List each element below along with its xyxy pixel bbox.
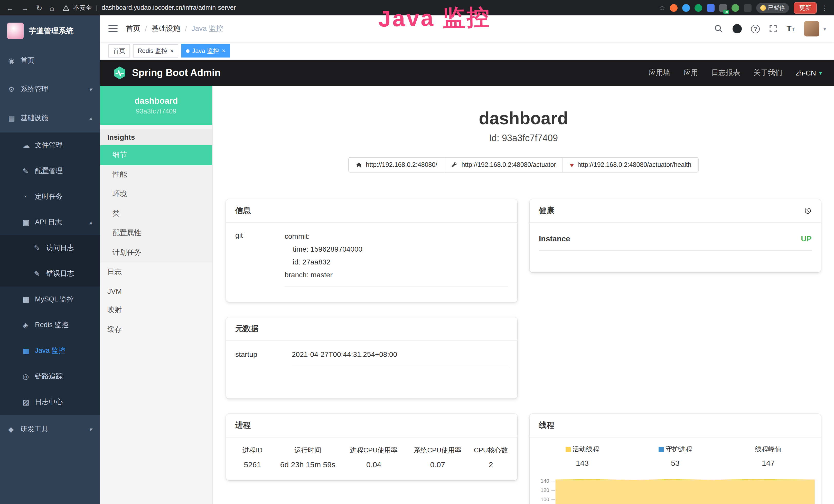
card-title: 健康	[539, 206, 554, 216]
extension-icon-5[interactable]: on	[719, 4, 727, 12]
sba-item-scheduled-tasks[interactable]: 计划任务	[100, 243, 212, 262]
sidebar-item-system-management[interactable]: ⚙ 系统管理 ▾	[0, 75, 100, 104]
cloud-icon: ☁	[23, 141, 35, 150]
sba-nav-about[interactable]: 关于我们	[753, 68, 782, 77]
refresh-icon[interactable]: ↻	[36, 4, 42, 12]
sba-nav-journal[interactable]: 日志报表	[711, 68, 740, 77]
health-url: http://192.168.0.2:48080/actuator/health	[577, 161, 691, 168]
metadata-value: 2021-04-27T00:44:31.254+08:00	[292, 350, 508, 366]
paused-badge[interactable]: 已暂停	[756, 3, 789, 13]
sba-nav-applications[interactable]: 应用	[684, 68, 698, 77]
tag-java-monitor[interactable]: Java 监控 ×	[181, 44, 230, 58]
status-badge: UP	[801, 234, 812, 243]
card-title: 进程	[235, 420, 251, 430]
user-avatar[interactable]	[804, 21, 819, 37]
sidebar-item-api-logs[interactable]: ▣ API 日志 ▴	[0, 209, 100, 235]
extension-icon-1[interactable]	[670, 4, 678, 12]
sidebar-item-error-logs[interactable]: ✎ 错误日志	[0, 261, 100, 287]
locale-selector[interactable]: zh-CN ▾	[796, 69, 822, 77]
close-icon[interactable]: ×	[222, 48, 225, 54]
extension-icon-3[interactable]	[695, 4, 702, 12]
avatar-caret-icon[interactable]: ▾	[824, 26, 826, 31]
sidebar-item-dev-tools[interactable]: ◆ 研发工具 ▾	[0, 415, 100, 444]
cpu-cores-column: CPU核心数 2	[469, 446, 512, 469]
sba-brand[interactable]: Spring Boot Admin	[112, 66, 221, 80]
health-row: Instance UP	[539, 234, 812, 251]
sba-item-environment[interactable]: 环境	[100, 184, 212, 204]
sidebar-item-log-center[interactable]: ▨ 日志中心	[0, 389, 100, 415]
sidebar-item-mysql-monitor[interactable]: ▦ MySQL 监控	[0, 287, 100, 312]
instance-label: Instance	[539, 234, 570, 243]
instance-header[interactable]: dashboard 93a3fc7f7409	[100, 86, 212, 125]
breadcrumb-infrastructure[interactable]: 基础设施	[152, 24, 180, 33]
sidebar-item-config-management[interactable]: ✎ 配置管理	[0, 158, 100, 184]
metadata-card: 元数据 startup 2021-04-27T00:44:31.254+08:0…	[226, 317, 517, 398]
sidebar-item-java-monitor[interactable]: ▥ Java 监控	[0, 338, 100, 364]
browser-menu-icon[interactable]: ⋮	[821, 4, 828, 11]
logo-avatar	[7, 23, 24, 39]
sba-logo-icon	[112, 66, 127, 80]
history-icon[interactable]	[804, 207, 812, 215]
sba-body: dashboard 93a3fc7f7409 Insights 细节 性能 环境…	[100, 86, 834, 504]
browser-home-icon[interactable]: ⌂	[49, 4, 54, 12]
legend-label: 守护进程	[665, 445, 692, 454]
fullscreen-icon[interactable]	[769, 25, 777, 33]
sidebar-item-file-management[interactable]: ☁ 文件管理	[0, 133, 100, 158]
tag-redis-monitor[interactable]: Redis 监控 ×	[133, 44, 178, 58]
sidebar-item-redis-monitor[interactable]: ◈ Redis 监控	[0, 312, 100, 338]
sidebar-item-access-logs[interactable]: ✎ 访问日志	[0, 235, 100, 261]
back-icon[interactable]: ←	[6, 4, 14, 12]
sba-item-caches[interactable]: 缓存	[100, 320, 212, 339]
sidebar-menu: ◉ 首页 ⚙ 系统管理 ▾ ▤ 基础设施 ▴ ☁ 文件管理	[0, 46, 100, 444]
extension-icon-6[interactable]	[731, 4, 739, 12]
update-button[interactable]: 更新	[794, 2, 817, 14]
sba-item-details[interactable]: 细节	[100, 145, 212, 165]
sba-item-config-properties[interactable]: 配置属性	[100, 223, 212, 243]
chevron-down-icon: ▾	[89, 426, 92, 433]
sidebar-item-tracing[interactable]: ◎ 链路追踪	[0, 364, 100, 389]
sidebar-item-scheduled-jobs[interactable]: ◔ 定时任务	[0, 184, 100, 209]
url-text[interactable]: dashboard.yudao.iocoder.cn/infra/admin-s…	[102, 4, 236, 11]
threads-chart: 140 120 100	[536, 475, 815, 504]
sidebar-item-home[interactable]: ◉ 首页	[0, 46, 100, 75]
sidebar-item-infrastructure[interactable]: ▤ 基础设施 ▴	[0, 104, 100, 133]
sba-navbar: Spring Boot Admin 应用墙 应用 日志报表 关于我们 zh-CN…	[100, 60, 834, 86]
home-icon	[355, 161, 362, 168]
close-icon[interactable]: ×	[170, 48, 174, 54]
app-logo[interactable]: 芋道管理系统	[0, 16, 100, 46]
chevron-up-icon: ▴	[89, 219, 92, 226]
actuator-url-button[interactable]: http://192.168.0.2:48080/actuator	[444, 157, 563, 173]
sba-nav-wallboard[interactable]: 应用墙	[649, 68, 671, 77]
hamburger-icon[interactable]	[108, 25, 118, 32]
tools-icon: ◆	[8, 425, 21, 433]
bookmark-star-icon[interactable]: ☆	[659, 4, 665, 11]
git-commit-line: commit:	[285, 230, 508, 243]
tag-label: Java 监控	[192, 46, 219, 55]
github-icon[interactable]	[732, 24, 742, 33]
app-title: 芋道管理系统	[29, 26, 73, 36]
instance-name: dashboard	[135, 96, 178, 106]
address-bar[interactable]: 不安全 | dashboard.yudao.iocoder.cn/infra/a…	[62, 3, 656, 12]
page: ← → ↻ ⌂ 不安全 | dashboard.yudao.iocoder.cn…	[0, 0, 834, 504]
extension-icon-4[interactable]	[707, 4, 715, 12]
tag-label: 首页	[113, 46, 125, 55]
security-label[interactable]: 不安全	[73, 3, 92, 12]
column-header: 系统CPU使用率	[406, 446, 470, 455]
extension-icon-7[interactable]	[744, 4, 751, 12]
font-size-icon[interactable]: TT	[787, 24, 795, 33]
instance-title: dashboard	[213, 108, 834, 129]
breadcrumb-home[interactable]: 首页	[126, 24, 140, 33]
sba-item-classes[interactable]: 类	[100, 204, 212, 223]
extension-icon-2[interactable]	[682, 4, 690, 12]
health-url-button[interactable]: ♥ http://192.168.0.2:48080/actuator/heal…	[563, 157, 699, 173]
tag-home[interactable]: 首页	[108, 44, 130, 58]
sba-item-metrics[interactable]: 性能	[100, 165, 212, 184]
sidebar-item-label: 研发工具	[21, 425, 48, 434]
sba-item-mappings[interactable]: 映射	[100, 300, 212, 320]
sba-item-jvm[interactable]: JVM	[100, 282, 212, 300]
sba-item-loggers[interactable]: 日志	[100, 262, 212, 282]
service-url-button[interactable]: http://192.168.0.2:48080/	[348, 157, 444, 173]
forward-icon[interactable]: →	[21, 4, 29, 12]
help-icon[interactable]: ?	[751, 24, 760, 33]
search-icon[interactable]	[714, 24, 723, 33]
